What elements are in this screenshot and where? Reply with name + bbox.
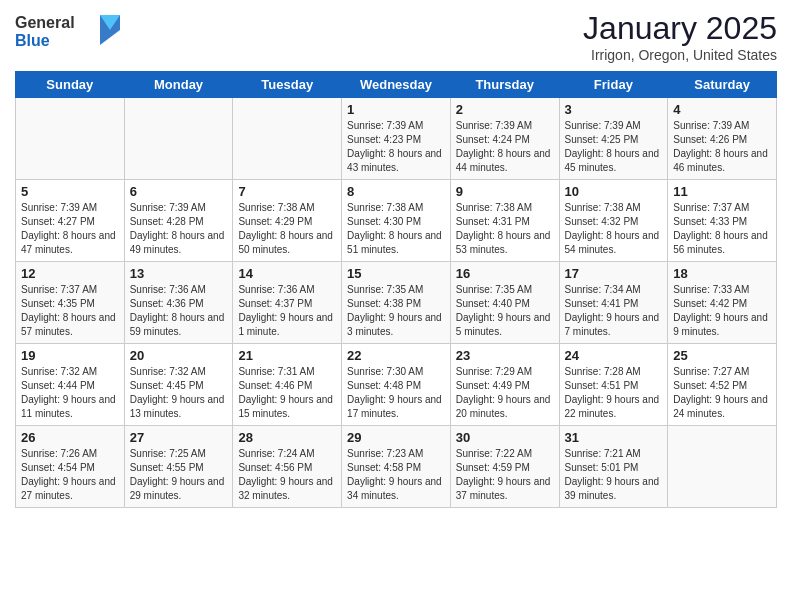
calendar-cell: 18Sunrise: 7:33 AMSunset: 4:42 PMDayligh… [668,262,777,344]
calendar-cell [668,426,777,508]
calendar-cell: 5Sunrise: 7:39 AMSunset: 4:27 PMDaylight… [16,180,125,262]
day-info: Sunrise: 7:23 AMSunset: 4:58 PMDaylight:… [347,447,445,503]
day-header-saturday: Saturday [668,72,777,98]
calendar-cell: 16Sunrise: 7:35 AMSunset: 4:40 PMDayligh… [450,262,559,344]
day-number: 29 [347,430,445,445]
week-row-0: 1Sunrise: 7:39 AMSunset: 4:23 PMDaylight… [16,98,777,180]
calendar-cell: 24Sunrise: 7:28 AMSunset: 4:51 PMDayligh… [559,344,668,426]
day-info: Sunrise: 7:33 AMSunset: 4:42 PMDaylight:… [673,283,771,339]
day-number: 12 [21,266,119,281]
day-number: 25 [673,348,771,363]
calendar-cell: 31Sunrise: 7:21 AMSunset: 5:01 PMDayligh… [559,426,668,508]
week-row-4: 26Sunrise: 7:26 AMSunset: 4:54 PMDayligh… [16,426,777,508]
day-header-wednesday: Wednesday [342,72,451,98]
day-info: Sunrise: 7:37 AMSunset: 4:35 PMDaylight:… [21,283,119,339]
day-info: Sunrise: 7:24 AMSunset: 4:56 PMDaylight:… [238,447,336,503]
day-info: Sunrise: 7:39 AMSunset: 4:23 PMDaylight:… [347,119,445,175]
calendar-cell: 20Sunrise: 7:32 AMSunset: 4:45 PMDayligh… [124,344,233,426]
day-info: Sunrise: 7:38 AMSunset: 4:32 PMDaylight:… [565,201,663,257]
calendar-cell: 23Sunrise: 7:29 AMSunset: 4:49 PMDayligh… [450,344,559,426]
week-row-1: 5Sunrise: 7:39 AMSunset: 4:27 PMDaylight… [16,180,777,262]
day-info: Sunrise: 7:38 AMSunset: 4:30 PMDaylight:… [347,201,445,257]
day-number: 28 [238,430,336,445]
svg-text:General: General [15,14,75,31]
calendar-cell: 1Sunrise: 7:39 AMSunset: 4:23 PMDaylight… [342,98,451,180]
day-info: Sunrise: 7:39 AMSunset: 4:28 PMDaylight:… [130,201,228,257]
day-number: 17 [565,266,663,281]
week-row-3: 19Sunrise: 7:32 AMSunset: 4:44 PMDayligh… [16,344,777,426]
day-number: 20 [130,348,228,363]
day-info: Sunrise: 7:38 AMSunset: 4:31 PMDaylight:… [456,201,554,257]
day-header-monday: Monday [124,72,233,98]
day-number: 13 [130,266,228,281]
calendar-cell: 12Sunrise: 7:37 AMSunset: 4:35 PMDayligh… [16,262,125,344]
day-info: Sunrise: 7:36 AMSunset: 4:37 PMDaylight:… [238,283,336,339]
calendar-cell: 25Sunrise: 7:27 AMSunset: 4:52 PMDayligh… [668,344,777,426]
calendar-cell: 10Sunrise: 7:38 AMSunset: 4:32 PMDayligh… [559,180,668,262]
day-number: 21 [238,348,336,363]
day-number: 1 [347,102,445,117]
day-info: Sunrise: 7:39 AMSunset: 4:24 PMDaylight:… [456,119,554,175]
calendar-cell: 11Sunrise: 7:37 AMSunset: 4:33 PMDayligh… [668,180,777,262]
calendar-cell: 9Sunrise: 7:38 AMSunset: 4:31 PMDaylight… [450,180,559,262]
day-number: 8 [347,184,445,199]
calendar-cell: 6Sunrise: 7:39 AMSunset: 4:28 PMDaylight… [124,180,233,262]
day-number: 31 [565,430,663,445]
day-number: 10 [565,184,663,199]
week-row-2: 12Sunrise: 7:37 AMSunset: 4:35 PMDayligh… [16,262,777,344]
calendar-cell: 29Sunrise: 7:23 AMSunset: 4:58 PMDayligh… [342,426,451,508]
calendar-cell: 2Sunrise: 7:39 AMSunset: 4:24 PMDaylight… [450,98,559,180]
calendar-cell: 4Sunrise: 7:39 AMSunset: 4:26 PMDaylight… [668,98,777,180]
day-number: 9 [456,184,554,199]
day-number: 16 [456,266,554,281]
day-header-friday: Friday [559,72,668,98]
day-info: Sunrise: 7:32 AMSunset: 4:44 PMDaylight:… [21,365,119,421]
day-number: 11 [673,184,771,199]
day-number: 2 [456,102,554,117]
day-header-thursday: Thursday [450,72,559,98]
day-info: Sunrise: 7:29 AMSunset: 4:49 PMDaylight:… [456,365,554,421]
calendar-cell: 14Sunrise: 7:36 AMSunset: 4:37 PMDayligh… [233,262,342,344]
day-number: 5 [21,184,119,199]
day-info: Sunrise: 7:36 AMSunset: 4:36 PMDaylight:… [130,283,228,339]
day-info: Sunrise: 7:37 AMSunset: 4:33 PMDaylight:… [673,201,771,257]
day-info: Sunrise: 7:35 AMSunset: 4:40 PMDaylight:… [456,283,554,339]
day-number: 23 [456,348,554,363]
day-number: 26 [21,430,119,445]
svg-text:Blue: Blue [15,32,50,49]
day-number: 27 [130,430,228,445]
day-info: Sunrise: 7:35 AMSunset: 4:38 PMDaylight:… [347,283,445,339]
day-info: Sunrise: 7:25 AMSunset: 4:55 PMDaylight:… [130,447,228,503]
calendar-table: SundayMondayTuesdayWednesdayThursdayFrid… [15,71,777,508]
day-info: Sunrise: 7:34 AMSunset: 4:41 PMDaylight:… [565,283,663,339]
calendar-cell: 22Sunrise: 7:30 AMSunset: 4:48 PMDayligh… [342,344,451,426]
day-header-sunday: Sunday [16,72,125,98]
calendar-cell: 26Sunrise: 7:26 AMSunset: 4:54 PMDayligh… [16,426,125,508]
calendar-cell: 8Sunrise: 7:38 AMSunset: 4:30 PMDaylight… [342,180,451,262]
day-number: 24 [565,348,663,363]
day-info: Sunrise: 7:21 AMSunset: 5:01 PMDaylight:… [565,447,663,503]
calendar-cell: 15Sunrise: 7:35 AMSunset: 4:38 PMDayligh… [342,262,451,344]
title-block: January 2025 Irrigon, Oregon, United Sta… [583,10,777,63]
day-number: 19 [21,348,119,363]
day-number: 30 [456,430,554,445]
day-info: Sunrise: 7:39 AMSunset: 4:27 PMDaylight:… [21,201,119,257]
calendar-cell: 13Sunrise: 7:36 AMSunset: 4:36 PMDayligh… [124,262,233,344]
day-number: 15 [347,266,445,281]
day-info: Sunrise: 7:31 AMSunset: 4:46 PMDaylight:… [238,365,336,421]
calendar-cell: 28Sunrise: 7:24 AMSunset: 4:56 PMDayligh… [233,426,342,508]
calendar-cell [16,98,125,180]
calendar-cell: 27Sunrise: 7:25 AMSunset: 4:55 PMDayligh… [124,426,233,508]
calendar-cell [233,98,342,180]
calendar-cell: 30Sunrise: 7:22 AMSunset: 4:59 PMDayligh… [450,426,559,508]
day-info: Sunrise: 7:30 AMSunset: 4:48 PMDaylight:… [347,365,445,421]
calendar-cell: 7Sunrise: 7:38 AMSunset: 4:29 PMDaylight… [233,180,342,262]
header: General Blue January 2025 Irrigon, Orego… [15,10,777,63]
day-number: 22 [347,348,445,363]
day-number: 4 [673,102,771,117]
day-number: 6 [130,184,228,199]
day-number: 3 [565,102,663,117]
day-info: Sunrise: 7:39 AMSunset: 4:26 PMDaylight:… [673,119,771,175]
month-title: January 2025 [583,10,777,47]
day-number: 14 [238,266,336,281]
